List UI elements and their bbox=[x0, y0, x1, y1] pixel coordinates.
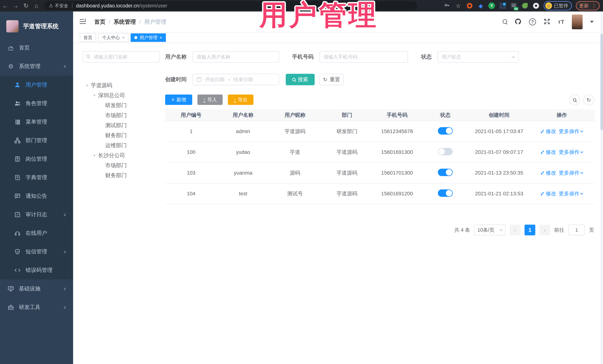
caret-down-icon[interactable]: ▾ bbox=[83, 83, 91, 88]
status-toggle[interactable] bbox=[438, 169, 453, 176]
status-toggle[interactable] bbox=[438, 148, 453, 155]
sidebar-item-system[interactable]: ⚙ 系统管理 ∧ bbox=[0, 57, 73, 76]
browser-forward-icon[interactable]: → bbox=[10, 2, 21, 9]
more-actions-link[interactable]: 更多操作 bbox=[559, 128, 583, 135]
security-warning[interactable]: ⚠不安全 bbox=[49, 3, 68, 9]
extension-gem-icon[interactable]: ◆ bbox=[477, 2, 484, 9]
scrollbar-thumb[interactable] bbox=[600, 34, 603, 130]
sidebar-item-home[interactable]: 首页 bbox=[0, 39, 73, 57]
refresh-table-button[interactable]: ↻ bbox=[583, 95, 594, 105]
tab-profile[interactable]: 个人中心× bbox=[98, 33, 128, 42]
edit-link[interactable]: 修改 bbox=[541, 190, 556, 197]
header-search-icon[interactable] bbox=[503, 19, 507, 24]
close-icon[interactable]: × bbox=[122, 35, 125, 40]
tree-node[interactable]: 财务部门 bbox=[82, 131, 160, 141]
breadcrumb-current: 用户管理 bbox=[144, 18, 166, 26]
chevron-down-icon bbox=[580, 171, 583, 174]
sidebar-item-notice[interactable]: 通知公告 bbox=[0, 187, 73, 205]
chevron-down-icon bbox=[500, 228, 503, 231]
shield-check-icon bbox=[13, 248, 22, 255]
tree-node[interactable]: ▾深圳总公司 bbox=[82, 90, 160, 100]
extension-list-on-icon[interactable]: on bbox=[510, 3, 517, 9]
tree-node[interactable]: 财务部门 bbox=[82, 170, 160, 180]
current-page-button[interactable]: 1 bbox=[524, 225, 535, 235]
extension-y-icon[interactable]: Y bbox=[488, 2, 495, 9]
browser-update-menu-button[interactable]: 更新 ⋮ bbox=[576, 1, 600, 10]
monitor-icon bbox=[7, 286, 15, 292]
extension-pinwheel-icon[interactable] bbox=[533, 2, 540, 9]
status-toggle[interactable] bbox=[438, 189, 453, 197]
mobile-input[interactable] bbox=[320, 51, 408, 63]
tree-node[interactable]: 市场部门 bbox=[82, 161, 160, 170]
sidebar-item-menus[interactable]: 菜单管理 bbox=[0, 113, 73, 131]
dept-search-input[interactable] bbox=[82, 51, 160, 63]
sidebar-item-depts[interactable]: 部门管理 bbox=[0, 131, 73, 150]
status-select[interactable]: 用户状态 bbox=[438, 51, 519, 63]
browser-home-icon[interactable]: ⌂ bbox=[31, 2, 42, 9]
prev-page-button[interactable]: ‹ bbox=[510, 225, 521, 235]
tree-node[interactable]: ▾长沙分公司 bbox=[82, 151, 160, 161]
close-icon[interactable]: × bbox=[160, 35, 162, 40]
more-actions-link[interactable]: 更多操作 bbox=[559, 190, 583, 197]
key-icon[interactable] bbox=[443, 2, 451, 9]
page-size-select[interactable]: 10条/页 bbox=[474, 225, 506, 235]
tree-node[interactable]: ▾芋道源码 bbox=[82, 80, 160, 90]
system-submenu: 用户管理 角色管理 菜单管理 部门管理 岗位管理 bbox=[0, 76, 73, 279]
tab-user-management[interactable]: 用户管理× bbox=[131, 33, 166, 42]
github-icon[interactable] bbox=[514, 18, 522, 26]
edit-link[interactable]: 修改 bbox=[541, 169, 556, 176]
avatar-caret-icon[interactable] bbox=[590, 21, 594, 23]
chevron-down-icon bbox=[580, 150, 583, 153]
toggle-search-button[interactable] bbox=[569, 95, 580, 105]
edit-link[interactable]: 修改 bbox=[541, 128, 556, 135]
tree-node[interactable]: 运维部门 bbox=[82, 141, 160, 151]
search-button[interactable]: 搜索 bbox=[286, 74, 315, 85]
tree-node[interactable]: 测试部门 bbox=[82, 121, 160, 131]
extension-ubuntu-icon[interactable] bbox=[466, 2, 473, 9]
user-avatar[interactable] bbox=[572, 14, 583, 29]
cell-username: yudao bbox=[217, 149, 269, 155]
tree-node[interactable]: 研发部门 bbox=[82, 100, 160, 110]
font-size-icon[interactable]: тT bbox=[558, 19, 564, 25]
caret-down-icon[interactable]: ▾ bbox=[91, 153, 98, 158]
next-page-button[interactable]: › bbox=[539, 225, 550, 235]
sidebar-item-error-codes[interactable]: 错误码管理 bbox=[0, 261, 73, 279]
bookmark-star-icon[interactable]: ☆ bbox=[454, 3, 462, 9]
sidebar-item-users[interactable]: 用户管理 bbox=[0, 76, 73, 94]
goto-page-input[interactable] bbox=[568, 225, 585, 235]
cell-mobile: 15601701300 bbox=[373, 170, 421, 176]
sidebar-item-online-users[interactable]: 在线用户 bbox=[0, 224, 73, 243]
sidebar-item-sms[interactable]: 短信管理 ∨ bbox=[0, 243, 73, 261]
extension-grid-icon[interactable] bbox=[499, 2, 506, 9]
sidebar-item-infrastructure[interactable]: 基础设施 ∨ bbox=[0, 279, 73, 298]
help-icon[interactable]: ? bbox=[529, 18, 536, 25]
tab-home[interactable]: 首页 bbox=[80, 33, 96, 42]
status-toggle[interactable] bbox=[438, 127, 453, 134]
tree-node[interactable]: 市场部门 bbox=[82, 110, 160, 121]
sidebar-item-dict[interactable]: 字典管理 bbox=[0, 168, 73, 187]
reset-button[interactable]: ↻ 重置 bbox=[320, 74, 344, 85]
browser-profile-button[interactable]: ☺ 已暂停 bbox=[544, 1, 572, 10]
fullscreen-icon[interactable] bbox=[544, 18, 550, 26]
breadcrumb-home[interactable]: 首页 bbox=[94, 18, 105, 26]
more-actions-link[interactable]: 更多操作 bbox=[559, 149, 583, 156]
add-button[interactable]: +新增 bbox=[165, 95, 192, 105]
edit-link[interactable]: 修改 bbox=[541, 149, 556, 156]
sidebar-item-dev-tools[interactable]: 研发工具 ∨ bbox=[0, 298, 73, 317]
breadcrumb-system[interactable]: 系统管理 bbox=[114, 18, 136, 26]
app-logo[interactable]: 芋道管理系统 bbox=[0, 11, 73, 36]
export-button[interactable]: ↓导出 bbox=[228, 95, 254, 105]
extension-leaf-icon[interactable] bbox=[521, 2, 528, 9]
username-input[interactable] bbox=[193, 51, 279, 63]
sidebar-item-roles[interactable]: 角色管理 bbox=[0, 94, 73, 113]
sidebar-item-posts[interactable]: 岗位管理 bbox=[0, 150, 73, 168]
import-button[interactable]: ↑导入 bbox=[197, 95, 223, 105]
sidebar-collapse-icon[interactable] bbox=[79, 17, 87, 26]
more-actions-link[interactable]: 更多操作 bbox=[559, 169, 583, 176]
browser-reload-icon[interactable]: ↻ bbox=[21, 2, 31, 9]
caret-down-icon[interactable]: ▾ bbox=[91, 93, 98, 98]
date-range-input[interactable]: 开始日期 - 结束日期 bbox=[193, 74, 279, 85]
sidebar-item-audit-log[interactable]: 审计日志 ∨ bbox=[0, 205, 73, 224]
browser-back-icon[interactable]: ← bbox=[0, 2, 10, 9]
chevron-down-icon bbox=[580, 129, 583, 132]
